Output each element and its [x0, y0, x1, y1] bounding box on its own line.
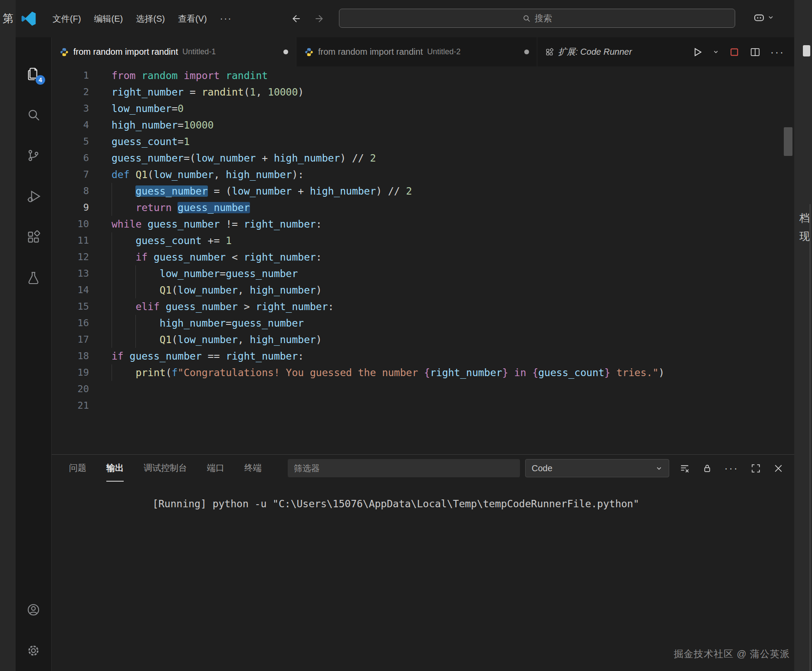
menu-item-edit[interactable]: 编辑(E): [88, 9, 130, 29]
workbench-body: 4: [16, 37, 794, 671]
tab-title: from random import randint: [73, 47, 178, 57]
editor-tab-untitled-1[interactable]: from random import randint Untitled-1: [52, 37, 296, 66]
output-channel-value: Code: [532, 463, 552, 473]
run-code-button[interactable]: [692, 46, 703, 58]
menu-item-view[interactable]: 查看(V): [171, 9, 214, 29]
split-editor-button[interactable]: [750, 46, 761, 58]
menu-item-file[interactable]: 文件(F): [46, 9, 88, 29]
code-line-content: right_number = randint(1, 10000): [89, 84, 304, 100]
code-line[interactable]: 7def Q1(low_number, high_number):: [52, 166, 794, 183]
code-line[interactable]: 19 print(f"Congratulations! You guessed …: [52, 364, 794, 381]
code-line[interactable]: 14 Q1(low_number, high_number): [52, 282, 794, 298]
editor-tab-untitled-2[interactable]: from random import randint Untitled-2: [296, 37, 537, 66]
code-line-content: high_number=10000: [89, 117, 214, 133]
code-line[interactable]: 5guess_count=1: [52, 133, 794, 150]
clear-output-button[interactable]: [679, 463, 690, 474]
output-channel-select[interactable]: Code: [525, 459, 669, 477]
code-line[interactable]: 6guess_number=(low_number + high_number)…: [52, 150, 794, 166]
code-line-content: print(f"Congratulations! You guessed the…: [89, 364, 664, 381]
code-line[interactable]: 9 return guess_number: [52, 199, 794, 216]
code-line[interactable]: 18if guess_number == right_number:: [52, 348, 794, 364]
code-line-content: guess_count += 1: [89, 232, 232, 249]
code-line[interactable]: 11 guess_count += 1: [52, 232, 794, 249]
code-line[interactable]: 15 elif guess_number > right_number:: [52, 298, 794, 315]
activity-explorer-button[interactable]: 4: [16, 53, 51, 94]
indent-guide: [112, 315, 112, 331]
editor-more-actions-button[interactable]: ···: [770, 47, 785, 57]
line-number: 5: [52, 133, 89, 150]
nav-back-button[interactable]: [289, 12, 303, 26]
search-icon: [26, 107, 41, 122]
lock-scroll-button[interactable]: [702, 463, 713, 474]
panel-tab-terminal[interactable]: 终端: [244, 455, 262, 482]
line-number: 12: [52, 249, 89, 265]
code-area: 1from random import randint2right_number…: [52, 67, 794, 414]
tab-bar: from random import randint Untitled-1 fr…: [52, 37, 794, 66]
modified-indicator[interactable]: [283, 50, 288, 54]
command-center-search[interactable]: 搜索: [339, 9, 735, 28]
output-filter-input[interactable]: [288, 459, 520, 477]
line-number: 15: [52, 298, 89, 315]
code-line[interactable]: 10while guess_number != right_number:: [52, 216, 794, 232]
line-number: 19: [52, 364, 89, 381]
titlebar: 文件(F) 编辑(E) 选择(S) 查看(V) ··· 搜索: [16, 0, 794, 37]
indent-guide: [135, 265, 136, 282]
code-line[interactable]: 17 Q1(low_number, high_number): [52, 331, 794, 348]
code-line[interactable]: 21: [52, 397, 794, 414]
panel-tab-ports[interactable]: 端口: [207, 455, 224, 482]
line-number: 17: [52, 331, 89, 348]
code-line-content: while guess_number != right_number:: [89, 216, 322, 232]
line-number: 20: [52, 381, 89, 397]
panel-tab-output[interactable]: 输出: [106, 455, 124, 482]
indent-guide: [135, 331, 136, 348]
menu-more-button[interactable]: ···: [214, 9, 239, 29]
code-line[interactable]: 8 guess_number = (low_number + high_numb…: [52, 183, 794, 199]
code-line-content: if guess_number == right_number:: [89, 348, 304, 364]
indent-guide: [135, 315, 136, 331]
line-number: 2: [52, 84, 89, 100]
account-icon: [26, 602, 41, 617]
stop-button[interactable]: [729, 46, 740, 58]
code-line[interactable]: 2right_number = randint(1, 10000): [52, 84, 794, 100]
activity-search-button[interactable]: [16, 94, 51, 135]
activity-testing-button[interactable]: [16, 258, 51, 298]
activity-account-button[interactable]: [16, 589, 51, 630]
editor-tab-code-runner-extension[interactable]: 扩展: Code Runner: [537, 37, 640, 66]
code-line[interactable]: 1from random import randint: [52, 67, 794, 84]
extensions-icon: [26, 230, 41, 245]
panel-actions: ···: [679, 463, 784, 474]
menu-item-selection[interactable]: 选择(S): [129, 9, 171, 29]
panel-more-actions-button[interactable]: ···: [724, 463, 739, 473]
back-arrow-icon: [290, 13, 302, 24]
code-line[interactable]: 13 low_number=guess_number: [52, 265, 794, 282]
nav-forward-button[interactable]: [312, 12, 326, 26]
code-line[interactable]: 20: [52, 381, 794, 397]
line-number: 6: [52, 150, 89, 166]
background-window-left: 第: [0, 0, 16, 671]
search-placeholder: 搜索: [535, 13, 552, 24]
code-line-content: elif guess_number > right_number:: [89, 298, 334, 315]
modified-indicator[interactable]: [524, 50, 529, 54]
code-line[interactable]: 3low_number=0: [52, 100, 794, 117]
run-dropdown-chevron-icon[interactable]: [713, 49, 719, 55]
editor-scrollbar[interactable]: [784, 66, 792, 454]
panel-tab-problems[interactable]: 问题: [69, 455, 86, 482]
activity-extensions-button[interactable]: [16, 217, 51, 258]
scrollbar-thumb[interactable]: [784, 127, 792, 156]
indent-guide: [135, 282, 136, 298]
activity-run-debug-button[interactable]: [16, 176, 51, 217]
activity-source-control-button[interactable]: [16, 135, 51, 176]
close-panel-button[interactable]: [773, 463, 784, 474]
indent-guide: [112, 298, 112, 315]
maximize-panel-button[interactable]: [750, 463, 761, 474]
indent-guide: [112, 282, 112, 298]
code-line[interactable]: 16 high_number=guess_number: [52, 315, 794, 331]
copilot-button[interactable]: [753, 11, 774, 24]
code-line[interactable]: 4high_number=10000: [52, 117, 794, 133]
code-editor[interactable]: 1from random import randint2right_number…: [52, 66, 794, 454]
python-icon: [59, 47, 69, 57]
activity-settings-button[interactable]: [16, 630, 51, 671]
code-line[interactable]: 12 if guess_number < right_number:: [52, 249, 794, 265]
vscode-window: 文件(F) 编辑(E) 选择(S) 查看(V) ··· 搜索: [16, 0, 795, 671]
panel-tab-debug-console[interactable]: 调试控制台: [144, 455, 187, 482]
